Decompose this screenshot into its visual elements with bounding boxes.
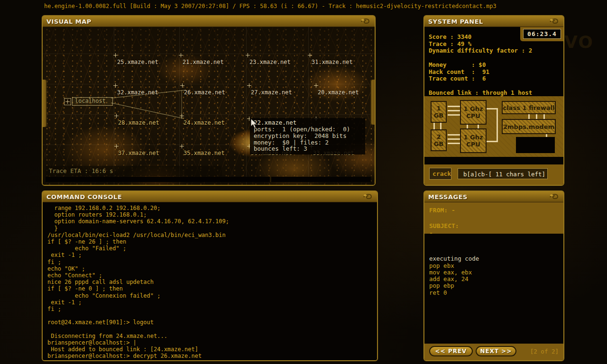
trace-progress-notch [270, 177, 271, 182]
command-console-panel: COMMAND CONSOLE range 192.168.0.2 192.16… [42, 191, 378, 361]
pager: [2 of 2] [530, 348, 559, 355]
visual-map-title: VISUAL MAP [46, 18, 92, 25]
hardware-wire [448, 143, 460, 144]
mouse-cursor [250, 118, 259, 130]
clock-readout: 06:23.4 [523, 29, 561, 39]
system-panel-title: SYSTEM PANEL [428, 18, 483, 25]
message-content: executing code pop ebx mov eax, ebx add … [424, 234, 563, 344]
ram-1gb-label: 1 GB [434, 105, 444, 119]
panel-handle-right [370, 80, 375, 125]
cpu-1-box: 1 Ghz CPU [460, 100, 487, 125]
ram-2gb-label: 2 GB [434, 133, 444, 147]
tooltip-details: ports: 1 (open/hacked: 0) encryption key… [254, 126, 361, 152]
visual-map-header: VISUAL MAP [43, 16, 375, 27]
crack-button[interactable]: crack [429, 168, 451, 180]
swirl-icon [360, 18, 371, 25]
map-node-host[interactable]: 32.xmaze.net [117, 89, 158, 96]
messages-title: MESSAGES [428, 193, 468, 200]
localhost-marker [64, 98, 71, 105]
command-console-header: COMMAND CONSOLE [43, 191, 377, 202]
message-from-row: FROM: - [429, 207, 563, 214]
hardware-wire [497, 108, 498, 142]
exec-status-line: executing code [424, 234, 563, 263]
clock-frame: 06:23.4 [520, 27, 563, 41]
map-node-host[interactable]: 26.xmaze.net [184, 89, 225, 96]
background-logo-text: VO [564, 32, 594, 52]
ram-2gb-box: 2 GB [431, 129, 447, 151]
panel-handle-left [43, 80, 47, 127]
messages-body: FROM: - SUBJECT: - executing code pop eb… [424, 202, 563, 360]
map-node-host[interactable]: 25.xmaze.net [117, 59, 158, 65]
visual-map-canvas[interactable]: 25.xmaze.net21.xmaze.net23.xmaze.net31.x… [43, 27, 375, 185]
display-box [516, 137, 555, 153]
hardware-wire [528, 114, 530, 119]
hardware-wire [478, 125, 479, 128]
hardware-wire [448, 138, 460, 140]
node-crosshair-icon [179, 53, 183, 57]
console-text: range 192.168.0.2 192.168.0.20; option r… [43, 202, 377, 360]
node-crosshair-icon [180, 114, 184, 118]
firewall-box: class 1 firewall [502, 101, 556, 114]
system-panel-header: SYSTEM PANEL [424, 16, 563, 27]
message-meta: FROM: - SUBJECT: - [424, 202, 563, 234]
hardware-wire [433, 123, 435, 129]
hardware-diagram: 1 GB 1 Ghz CPU class 1 firewall 2 GB 1 G… [424, 96, 563, 157]
hardware-wire [487, 141, 497, 142]
map-node-host[interactable]: 20.xmaze.net [318, 89, 359, 96]
hardware-wire [448, 134, 460, 136]
localhost-node[interactable]: localhost [72, 97, 113, 106]
map-node-host[interactable]: 21.xmaze.net [183, 59, 224, 65]
map-node-host[interactable]: 23.xmaze.net [249, 59, 291, 65]
modem-label: 2mbps.modem [503, 123, 554, 130]
from-value: - [451, 207, 455, 214]
hardware-wire [536, 114, 537, 119]
messages-footer: << PREV NEXT >> [2 of 2] [424, 344, 563, 360]
node-crosshair-icon [314, 83, 318, 88]
system-panel: SYSTEM PANEL Score : 3340 Trace : 49 % D… [423, 15, 564, 186]
swirl-icon [549, 193, 560, 200]
crack-progress-field[interactable]: b[a]cb-[ 11 chars left] [458, 168, 548, 179]
node-crosshair-icon [180, 144, 184, 148]
message-code-lines: pop ebx mov eax, ebx add eax, 24 pop ebp… [424, 263, 563, 296]
from-label: FROM: [429, 207, 448, 214]
cpu-2-label: 1 Ghz CPU [463, 134, 483, 148]
map-node-host[interactable]: 27.xmaze.net [251, 89, 292, 96]
ram-1gb-box: 1 GB [431, 101, 447, 123]
next-button[interactable]: NEXT >> [476, 346, 516, 356]
map-node-host[interactable]: 28.xmaze.net [118, 119, 159, 126]
cpu-2-box: 1 Ghz CPU [460, 128, 487, 153]
map-node-host[interactable]: 35.xmaze.net [184, 150, 225, 156]
node-crosshair-icon [113, 53, 118, 57]
system-panel-body: Score : 3340 Trace : 49 % Dynamic diffic… [424, 27, 563, 185]
hardware-wire [448, 106, 460, 107]
engine-status-bar: he.engine-1.00.0082.full [Build : May 3 … [44, 3, 497, 9]
hardware-wire [543, 114, 545, 119]
trace-eta-readout: Trace ETA : 16:6 s [46, 166, 222, 176]
hardware-wire [467, 125, 468, 128]
map-node-host[interactable]: 24.xmaze.net [184, 119, 225, 126]
localhost-label: localhost [73, 98, 112, 105]
node-crosshair-icon [308, 53, 312, 57]
hardware-wire [487, 108, 497, 109]
messages-header: MESSAGES [424, 191, 563, 202]
console-output[interactable]: range 192.168.0.2 192.168.0.20; option r… [43, 202, 377, 360]
divider-strip [424, 157, 563, 164]
firewall-label: class 1 firewall [503, 104, 554, 111]
node-crosshair-icon [114, 144, 119, 148]
hardware-wire [440, 123, 441, 129]
hardware-wire [448, 110, 460, 111]
modem-box: 2mbps.modem [502, 119, 556, 134]
trace-progress-bar [46, 177, 371, 182]
swirl-icon [362, 193, 374, 200]
hardware-wire [448, 114, 460, 116]
subject-label: SUBJECT: [429, 222, 563, 229]
prev-button[interactable]: << PREV [429, 346, 473, 356]
command-console-title: COMMAND CONSOLE [46, 193, 122, 200]
node-crosshair-icon [113, 83, 118, 88]
crack-row: crack b[a]cb-[ 11 chars left] [424, 164, 563, 185]
map-node-host[interactable]: 31.xmaze.net [312, 59, 353, 65]
map-node-host[interactable]: 37.xmaze.net [118, 150, 159, 156]
node-crosshair-icon [180, 83, 184, 88]
node-crosshair-icon [114, 114, 119, 118]
node-crosshair-icon [247, 83, 251, 88]
